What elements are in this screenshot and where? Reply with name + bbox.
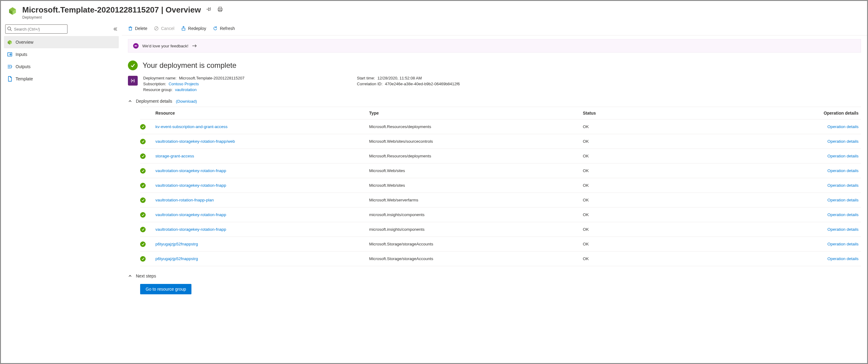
search-input[interactable] (5, 24, 67, 34)
template-icon (7, 76, 12, 82)
sidebar-item-template[interactable]: Template (4, 73, 119, 85)
table-row: vaultrotation-storagekey-rotation-fnappm… (140, 207, 861, 222)
resource-group-link[interactable]: vaultrotation (175, 87, 197, 92)
operation-details-link[interactable]: Operation details (797, 183, 861, 188)
resource-link[interactable]: vaultrotation-storagekey-rotation-fnapp (155, 213, 369, 217)
resource-status: OK (583, 198, 797, 202)
svg-point-22 (135, 45, 136, 47)
page-subtitle: Deployment (22, 15, 223, 20)
sidebar-item-label: Outputs (16, 64, 31, 69)
operation-details-link[interactable]: Operation details (797, 139, 861, 144)
resource-link[interactable]: kv-event-subscription-and-grant-access (155, 124, 369, 129)
sidebar-item-overview[interactable]: Overview (4, 36, 119, 48)
resource-type: Microsoft.Web/sites (369, 168, 583, 173)
chevron-up-icon (128, 274, 132, 278)
row-success-icon (140, 212, 146, 218)
table-row: vaultrotation-storagekey-rotation-fnapp/… (140, 134, 861, 149)
th-resource: Resource (155, 111, 369, 115)
svg-point-6 (8, 27, 11, 30)
outputs-icon (7, 64, 12, 69)
resource-link[interactable]: p6tyugajzjp52fnappstrg (155, 256, 369, 261)
sidebar-item-label: Inputs (16, 52, 27, 57)
delete-button[interactable]: Delete (128, 26, 147, 31)
row-success-icon (140, 139, 146, 144)
subscription-link[interactable]: Contoso Projects (168, 82, 199, 86)
operation-details-link[interactable]: Operation details (797, 168, 861, 173)
resource-type: Microsoft.Resources/deployments (369, 124, 583, 129)
value-start-time: 12/28/2020, 11:52:08 AM (377, 76, 422, 80)
table-header: Resource Type Status Operation details (140, 107, 861, 119)
status-title: Your deployment is complete (143, 61, 236, 70)
deployment-meta: Deployment name: Microsoft.Template-2020… (128, 76, 861, 92)
row-success-icon (140, 168, 146, 174)
operation-details-link[interactable]: Operation details (797, 154, 861, 158)
resource-link[interactable]: vaultrotation-storagekey-rotation-fnapp/… (155, 139, 369, 144)
deployment-details-toggle[interactable]: Deployment details (Download) (128, 99, 861, 104)
th-operation-details: Operation details (797, 111, 861, 115)
sidebar-item-label: Template (16, 76, 33, 81)
th-type: Type (369, 111, 583, 115)
deployment-brand-icon (7, 5, 18, 16)
row-success-icon (140, 256, 146, 262)
chevron-up-icon (128, 99, 132, 103)
row-success-icon (140, 183, 146, 188)
refresh-icon (213, 26, 218, 31)
sidebar: Overview Inputs Outputs Template (1, 21, 122, 304)
resource-link[interactable]: vaultrotation-storagekey-rotation-fnapp (155, 168, 369, 173)
resource-status: OK (583, 242, 797, 246)
main-pane: Delete Cancel Redeploy Refresh We'd love… (122, 21, 867, 304)
operation-details-link[interactable]: Operation details (797, 124, 861, 129)
go-to-resource-group-button[interactable]: Go to resource group (140, 284, 191, 294)
label-start-time: Start time: (357, 76, 375, 80)
table-row: vaultrotation-storagekey-rotation-fnappM… (140, 178, 861, 193)
sidebar-item-inputs[interactable]: Inputs (4, 48, 119, 60)
overview-icon (7, 39, 12, 45)
resource-status: OK (583, 183, 797, 188)
deployment-details-table: Resource Type Status Operation details k… (140, 107, 861, 266)
trash-icon (128, 26, 133, 31)
operation-details-link[interactable]: Operation details (797, 198, 861, 202)
resource-status: OK (583, 213, 797, 217)
next-steps-toggle[interactable]: Next steps (128, 274, 861, 278)
cancel-button: Cancel (154, 26, 174, 31)
row-success-icon (140, 197, 146, 203)
table-row: storage-grant-accessMicrosoft.Resources/… (140, 149, 861, 164)
operation-details-link[interactable]: Operation details (797, 242, 861, 246)
label-subscription: Subscription: (143, 82, 166, 86)
download-link[interactable]: (Download) (176, 99, 197, 104)
svg-rect-21 (182, 28, 185, 30)
resource-status: OK (583, 124, 797, 129)
value-deployment-name: Microsoft.Template-20201228115207 (179, 76, 245, 80)
resource-link[interactable]: vaultrotation-rotation-fnapp-plan (155, 198, 369, 202)
th-status: Status (583, 111, 797, 115)
sidebar-item-outputs[interactable]: Outputs (4, 60, 119, 73)
feedback-banner[interactable]: We'd love your feedback! (128, 39, 861, 53)
pin-icon[interactable] (207, 7, 212, 13)
refresh-button[interactable]: Refresh (213, 26, 235, 31)
value-correlation-id: 470e246e-a38e-40ed-b9b2-06469b8412f6 (385, 82, 460, 86)
operation-details-link[interactable]: Operation details (797, 256, 861, 261)
resource-status: OK (583, 139, 797, 144)
resource-link[interactable]: vaultrotation-storagekey-rotation-fnapp (155, 227, 369, 232)
resource-status: OK (583, 154, 797, 158)
table-row: kv-event-subscription-and-grant-accessMi… (140, 119, 861, 134)
resource-type: Microsoft.Web/serverfarms (369, 198, 583, 202)
operation-details-link[interactable]: Operation details (797, 213, 861, 217)
redeploy-icon (181, 26, 186, 31)
page-header: Microsoft.Template-20201228115207 | Over… (1, 1, 867, 21)
svg-line-7 (10, 30, 11, 31)
page-title: Microsoft.Template-20201228115207 | Over… (22, 5, 201, 15)
redeploy-button[interactable]: Redeploy (181, 26, 206, 31)
print-icon[interactable] (217, 7, 223, 13)
resource-link[interactable]: p6tyugajzjp52fnappstrg (155, 242, 369, 246)
label-resource-group: Resource group: (143, 87, 173, 92)
resource-link[interactable]: storage-grant-access (155, 154, 369, 158)
sidebar-item-label: Overview (16, 40, 33, 45)
resource-link[interactable]: vaultrotation-storagekey-rotation-fnapp (155, 183, 369, 188)
operation-details-link[interactable]: Operation details (797, 227, 861, 232)
arrow-right-icon (192, 44, 197, 48)
collapse-sidebar-icon[interactable] (113, 27, 118, 31)
label-deployment-name: Deployment name: (143, 76, 177, 80)
deployment-status: Your deployment is complete (128, 60, 861, 70)
row-success-icon (140, 124, 146, 130)
